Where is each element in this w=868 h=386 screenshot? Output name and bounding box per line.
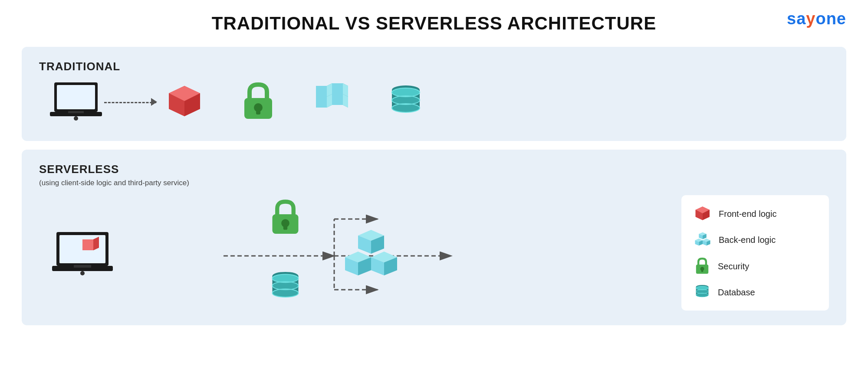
serverless-content: Front-end logic Back-end logic [39,195,829,317]
legend-frontend-label: Front-end logic [719,209,776,219]
serverless-sublabel: (using client-side logic and third-party… [39,179,829,187]
database-icon-wrap [382,85,430,119]
svg-rect-1 [57,85,95,109]
logo-suffix: one [815,10,846,28]
traditional-diagram [39,76,829,128]
database-icon [388,85,423,119]
logo-prefix: sa [787,10,806,28]
legend-frontend-cube-icon [694,206,711,222]
frontend-cube-icon-wrap [161,84,208,121]
legend-database-icon [694,285,710,300]
legend-security: Security [694,258,816,275]
legend-lock-icon [694,258,710,275]
svg-rect-45 [74,265,91,268]
serverless-label: SERVERLESS [39,163,829,176]
backend-grid-icon [312,82,353,123]
legend-backend-label: Back-end logic [719,235,776,245]
traditional-panel: TRADITIONAL [22,47,846,141]
arrow-laptop-to-frontend [104,98,156,106]
lock-icon-wrap [234,82,282,121]
legend-box: Front-end logic Back-end logic [681,195,829,311]
svg-marker-21 [332,94,343,105]
legend-security-label: Security [718,262,749,272]
serverless-diagram [39,195,673,317]
legend-database: Database [694,285,816,300]
traditional-label: TRADITIONAL [39,60,829,73]
serverless-database-icon [269,271,302,305]
legend-backend-grid-icon [694,232,711,248]
serverless-lock-svg [269,200,302,236]
serverless-lock-icon [269,200,302,238]
svg-marker-12 [316,86,327,97]
legend-frontend: Front-end logic [694,206,816,222]
svg-rect-11 [256,109,260,114]
svg-rect-49 [283,225,287,229]
serverless-laptop-icon [52,230,113,279]
serverless-backend-icon [343,228,399,286]
svg-point-4 [74,116,78,121]
laptop-icon-wrap [52,80,100,124]
svg-marker-15 [332,83,343,94]
logo-accent: y [806,10,815,28]
svg-point-46 [80,271,85,275]
serverless-panel: SERVERLESS (using client-side logic and … [22,150,846,325]
logo: sayone [787,10,846,28]
legend-backend: Back-end logic [694,232,816,248]
serverless-laptop-svg [52,230,113,278]
security-lock-icon [241,82,276,121]
backend-grid-icon-wrap [308,82,356,123]
serverless-db-svg [269,271,302,304]
frontend-cube-icon [166,84,203,121]
svg-rect-3 [68,111,84,113]
svg-marker-41 [82,239,93,250]
serverless-backend-svg [343,228,399,284]
svg-rect-82 [701,270,703,272]
svg-marker-18 [316,97,327,108]
page-title: TRADITIONAL VS SERVERLESS ARCHITECTURE [0,13,868,34]
laptop-icon [50,80,102,124]
legend-database-label: Database [718,288,755,298]
